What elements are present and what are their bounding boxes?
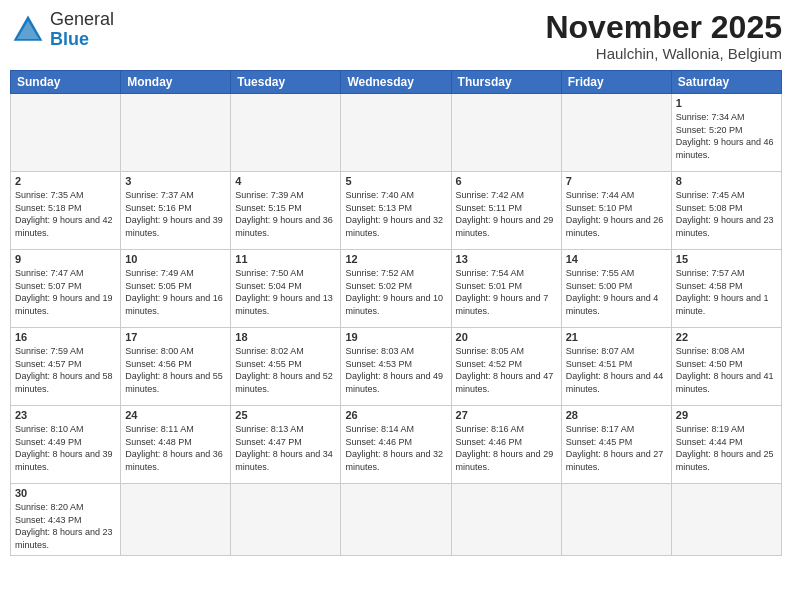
week-row-2: 2 Sunrise: 7:35 AMSunset: 5:18 PMDayligh… — [11, 172, 782, 250]
sunrise-label: Sunrise: — [676, 112, 709, 122]
header: General Blue November 2025 Haulchin, Wal… — [10, 10, 782, 62]
day-26: 26 Sunrise: 8:14 AMSunset: 4:46 PMDaylig… — [341, 406, 451, 484]
day-27: 27 Sunrise: 8:16 AMSunset: 4:46 PMDaylig… — [451, 406, 561, 484]
day-28: 28 Sunrise: 8:17 AMSunset: 4:45 PMDaylig… — [561, 406, 671, 484]
logo-general-text: General — [50, 9, 114, 29]
empty-cell — [561, 94, 671, 172]
week-row-6: 30 Sunrise: 8:20 AMSunset: 4:43 PMDaylig… — [11, 484, 782, 555]
day-7: 7 Sunrise: 7:44 AMSunset: 5:10 PMDayligh… — [561, 172, 671, 250]
page: General Blue November 2025 Haulchin, Wal… — [0, 0, 792, 612]
header-wednesday: Wednesday — [341, 71, 451, 94]
empty-cell — [451, 94, 561, 172]
day-22: 22 Sunrise: 8:08 AMSunset: 4:50 PMDaylig… — [671, 328, 781, 406]
day-18: 18 Sunrise: 8:02 AMSunset: 4:55 PMDaylig… — [231, 328, 341, 406]
week-row-1: 1 Sunrise: 7:34 AM Sunset: 5:20 PM Dayli… — [11, 94, 782, 172]
day-14: 14 Sunrise: 7:55 AMSunset: 5:00 PMDaylig… — [561, 250, 671, 328]
week-row-5: 23 Sunrise: 8:10 AMSunset: 4:49 PMDaylig… — [11, 406, 782, 484]
day-2: 2 Sunrise: 7:35 AMSunset: 5:18 PMDayligh… — [11, 172, 121, 250]
logo-icon — [10, 12, 46, 48]
empty-cell — [671, 484, 781, 555]
day-25: 25 Sunrise: 8:13 AMSunset: 4:47 PMDaylig… — [231, 406, 341, 484]
weekday-header-row: Sunday Monday Tuesday Wednesday Thursday… — [11, 71, 782, 94]
day-5: 5 Sunrise: 7:40 AMSunset: 5:13 PMDayligh… — [341, 172, 451, 250]
calendar-title: November 2025 — [545, 10, 782, 45]
logo-blue-text: Blue — [50, 29, 89, 49]
header-saturday: Saturday — [671, 71, 781, 94]
daylight-label: Daylight: — [676, 137, 711, 147]
day-30: 30 Sunrise: 8:20 AMSunset: 4:43 PMDaylig… — [11, 484, 121, 555]
day-23: 23 Sunrise: 8:10 AMSunset: 4:49 PMDaylig… — [11, 406, 121, 484]
sunset-val: 5:20 PM — [709, 125, 743, 135]
day-24: 24 Sunrise: 8:11 AMSunset: 4:48 PMDaylig… — [121, 406, 231, 484]
day-1: 1 Sunrise: 7:34 AM Sunset: 5:20 PM Dayli… — [671, 94, 781, 172]
day-info: Sunrise: 7:34 AM Sunset: 5:20 PM Dayligh… — [676, 111, 777, 161]
title-block: November 2025 Haulchin, Wallonia, Belgiu… — [545, 10, 782, 62]
empty-cell — [451, 484, 561, 555]
day-16: 16 Sunrise: 7:59 AMSunset: 4:57 PMDaylig… — [11, 328, 121, 406]
day-20: 20 Sunrise: 8:05 AMSunset: 4:52 PMDaylig… — [451, 328, 561, 406]
calendar-table: Sunday Monday Tuesday Wednesday Thursday… — [10, 70, 782, 555]
empty-cell — [121, 484, 231, 555]
calendar-subtitle: Haulchin, Wallonia, Belgium — [545, 45, 782, 62]
day-3: 3 Sunrise: 7:37 AMSunset: 5:16 PMDayligh… — [121, 172, 231, 250]
header-monday: Monday — [121, 71, 231, 94]
week-row-4: 16 Sunrise: 7:59 AMSunset: 4:57 PMDaylig… — [11, 328, 782, 406]
empty-cell — [231, 94, 341, 172]
header-tuesday: Tuesday — [231, 71, 341, 94]
empty-cell — [341, 484, 451, 555]
day-number: 1 — [676, 97, 777, 109]
day-19: 19 Sunrise: 8:03 AMSunset: 4:53 PMDaylig… — [341, 328, 451, 406]
empty-cell — [341, 94, 451, 172]
day-21: 21 Sunrise: 8:07 AMSunset: 4:51 PMDaylig… — [561, 328, 671, 406]
week-row-3: 9 Sunrise: 7:47 AMSunset: 5:07 PMDayligh… — [11, 250, 782, 328]
day-4: 4 Sunrise: 7:39 AMSunset: 5:15 PMDayligh… — [231, 172, 341, 250]
day-6: 6 Sunrise: 7:42 AMSunset: 5:11 PMDayligh… — [451, 172, 561, 250]
empty-cell — [11, 94, 121, 172]
empty-cell — [231, 484, 341, 555]
empty-cell — [561, 484, 671, 555]
header-friday: Friday — [561, 71, 671, 94]
day-8: 8 Sunrise: 7:45 AMSunset: 5:08 PMDayligh… — [671, 172, 781, 250]
day-29: 29 Sunrise: 8:19 AMSunset: 4:44 PMDaylig… — [671, 406, 781, 484]
logo-text: General Blue — [50, 10, 114, 50]
day-9: 9 Sunrise: 7:47 AMSunset: 5:07 PMDayligh… — [11, 250, 121, 328]
day-15: 15 Sunrise: 7:57 AMSunset: 4:58 PMDaylig… — [671, 250, 781, 328]
day-11: 11 Sunrise: 7:50 AMSunset: 5:04 PMDaylig… — [231, 250, 341, 328]
day-13: 13 Sunrise: 7:54 AMSunset: 5:01 PMDaylig… — [451, 250, 561, 328]
empty-cell — [121, 94, 231, 172]
header-thursday: Thursday — [451, 71, 561, 94]
sunrise-val: 7:34 AM — [711, 112, 744, 122]
day-10: 10 Sunrise: 7:49 AMSunset: 5:05 PMDaylig… — [121, 250, 231, 328]
day-17: 17 Sunrise: 8:00 AMSunset: 4:56 PMDaylig… — [121, 328, 231, 406]
logo: General Blue — [10, 10, 114, 50]
day-12: 12 Sunrise: 7:52 AMSunset: 5:02 PMDaylig… — [341, 250, 451, 328]
sunset-label: Sunset: — [676, 125, 707, 135]
header-sunday: Sunday — [11, 71, 121, 94]
